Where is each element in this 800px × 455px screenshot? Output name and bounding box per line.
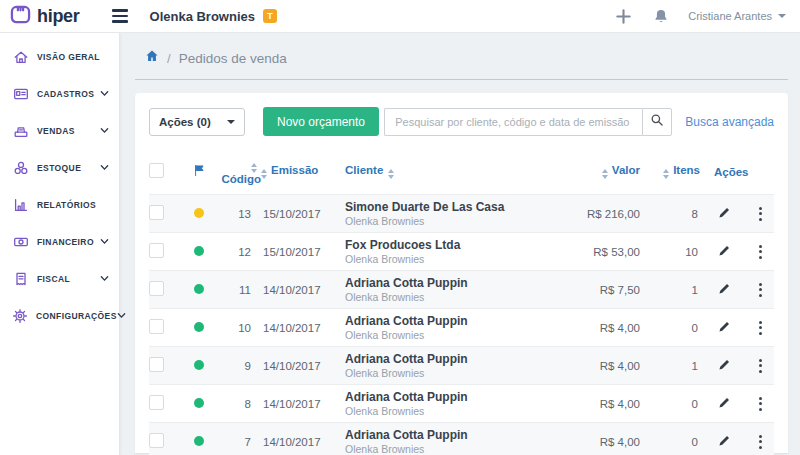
table-row[interactable]: 7 14/10/2017 Adriana Cotta Puppin Olenka… — [149, 423, 774, 455]
page-title: Pedidos de venda — [179, 51, 287, 66]
user-name: Cristiane Arantes — [688, 10, 772, 22]
order-items-count: 10 — [654, 233, 714, 271]
client-company: Olenka Brownies — [345, 367, 536, 381]
row-checkbox[interactable] — [149, 395, 164, 410]
client-company: Olenka Brownies — [345, 405, 536, 419]
table-row[interactable]: 11 14/10/2017 Adriana Cotta Puppin Olenk… — [149, 271, 774, 309]
edit-button[interactable] — [716, 280, 733, 300]
more-options-button[interactable] — [753, 317, 768, 339]
more-options-button[interactable] — [753, 393, 768, 415]
order-items-count: 0 — [654, 423, 714, 455]
kebab-menu-icon — [755, 357, 766, 375]
order-items-count: 1 — [654, 347, 714, 385]
sidebar-item-label: CADASTROS — [37, 89, 100, 99]
search-group — [384, 108, 672, 136]
edit-button[interactable] — [716, 242, 733, 262]
sidebar-item-label: VENDAS — [37, 126, 100, 136]
menu-toggle-icon[interactable] — [112, 9, 128, 23]
row-checkbox[interactable] — [149, 205, 164, 220]
table-row[interactable]: 10 14/10/2017 Adriana Cotta Puppin Olenk… — [149, 309, 774, 347]
more-options-button[interactable] — [753, 203, 768, 225]
edit-button[interactable] — [716, 318, 733, 338]
row-checkbox[interactable] — [149, 281, 164, 296]
sidebar-item-fiscal[interactable]: FISCAL — [0, 260, 119, 297]
notifications-bell-icon[interactable] — [651, 6, 671, 27]
more-options-button[interactable] — [753, 241, 768, 263]
sidebar-item-relatorios[interactable]: RELATÓRIOS — [0, 186, 119, 223]
header-codigo[interactable]: Código — [217, 148, 261, 195]
order-items-count: 0 — [654, 309, 714, 347]
cash-register-icon — [12, 123, 29, 139]
pencil-icon — [718, 244, 731, 260]
header-emissao[interactable]: Emissão — [261, 148, 345, 195]
chevron-down-icon — [100, 126, 109, 135]
new-order-button[interactable]: Novo orçamento — [263, 107, 379, 136]
sidebar-item-visao-geral[interactable]: VISÃO GERAL — [0, 38, 119, 75]
status-dot — [194, 322, 204, 332]
client-company: Olenka Brownies — [345, 291, 536, 305]
order-value: R$ 4,00 — [536, 423, 654, 455]
table-row[interactable]: 13 15/10/2017 Simone Duarte De Las Casa … — [149, 195, 774, 233]
flag-icon[interactable] — [193, 167, 206, 179]
more-options-button[interactable] — [753, 279, 768, 301]
row-checkbox[interactable] — [149, 357, 164, 372]
client-name: Adriana Cotta Puppin — [345, 389, 536, 405]
table-row[interactable]: 9 14/10/2017 Adriana Cotta Puppin Olenka… — [149, 347, 774, 385]
header-itens[interactable]: Itens — [654, 148, 714, 195]
table-row[interactable]: 12 15/10/2017 Fox Producoes Ltda Olenka … — [149, 233, 774, 271]
kebab-menu-icon — [755, 433, 766, 451]
row-checkbox[interactable] — [149, 243, 164, 258]
order-code: 8 — [217, 385, 261, 423]
topbar: hiper Olenka Brownies T Cristiane Arante… — [0, 0, 800, 33]
client-name: Adriana Cotta Puppin — [345, 313, 536, 329]
sidebar-item-estoque[interactable]: ESTOQUE — [0, 149, 119, 186]
search-icon — [650, 113, 664, 130]
advanced-search-link[interactable]: Busca avançada — [685, 115, 774, 129]
more-options-button[interactable] — [753, 355, 768, 377]
edit-button[interactable] — [716, 394, 733, 414]
pencil-icon — [718, 396, 731, 412]
order-date: 14/10/2017 — [261, 423, 345, 455]
home-icon[interactable] — [145, 49, 159, 67]
status-dot — [194, 208, 204, 218]
select-all-checkbox[interactable] — [149, 163, 164, 178]
gear-icon — [12, 308, 28, 324]
client-company: Olenka Brownies — [345, 329, 536, 343]
row-checkbox[interactable] — [149, 319, 164, 334]
sidebar-item-cadastros[interactable]: CADASTROS — [0, 75, 119, 112]
sidebar-item-financeiro[interactable]: FINANCEIRO — [0, 223, 119, 260]
search-button[interactable] — [642, 108, 672, 136]
row-checkbox[interactable] — [149, 433, 164, 448]
client-name: Simone Duarte De Las Casa — [345, 199, 536, 215]
client-company: Olenka Brownies — [345, 215, 536, 229]
sidebar-item-label: FINANCEIRO — [37, 237, 100, 247]
header-valor[interactable]: Valor — [536, 148, 654, 195]
edit-button[interactable] — [716, 432, 733, 452]
breadcrumb-separator: / — [167, 51, 171, 66]
chevron-down-icon — [100, 163, 109, 172]
logo-text: hiper — [37, 6, 80, 27]
edit-button[interactable] — [716, 356, 733, 376]
sidebar-item-label: RELATÓRIOS — [37, 200, 109, 210]
header-cliente[interactable]: Cliente — [345, 148, 536, 195]
order-date: 15/10/2017 — [261, 195, 345, 233]
pencil-icon — [718, 358, 731, 374]
search-input[interactable] — [384, 108, 642, 136]
company-selector[interactable]: Olenka Brownies T — [150, 9, 277, 24]
pencil-icon — [718, 282, 731, 298]
kebab-menu-icon — [755, 319, 766, 337]
order-items-count: 8 — [654, 195, 714, 233]
edit-button[interactable] — [716, 204, 733, 224]
status-dot — [194, 360, 204, 370]
sort-icon — [388, 169, 394, 179]
actions-dropdown[interactable]: Ações (0) — [149, 108, 245, 136]
add-icon[interactable] — [613, 6, 634, 27]
header-acoes: Ações — [714, 148, 774, 195]
hiper-logo[interactable]: hiper — [10, 4, 80, 29]
sidebar-item-vendas[interactable]: VENDAS — [0, 112, 119, 149]
kebab-menu-icon — [755, 205, 766, 223]
table-row[interactable]: 8 14/10/2017 Adriana Cotta Puppin Olenka… — [149, 385, 774, 423]
user-menu[interactable]: Cristiane Arantes — [688, 10, 786, 22]
more-options-button[interactable] — [753, 431, 768, 453]
sidebar-item-configuracoes[interactable]: CONFIGURAÇÕES — [0, 297, 119, 334]
